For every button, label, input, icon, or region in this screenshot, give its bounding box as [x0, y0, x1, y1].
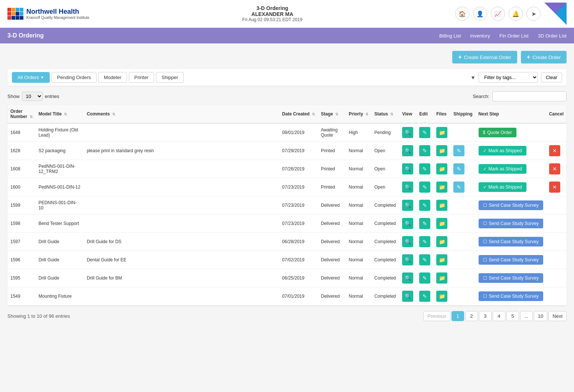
next-button[interactable]: Next: [548, 311, 567, 321]
tab-shipper[interactable]: Shipper: [156, 72, 184, 83]
view-button[interactable]: 🔍: [402, 163, 413, 174]
files-button[interactable]: 📁: [436, 236, 447, 247]
edit-button[interactable]: ✎: [419, 291, 430, 302]
view-button[interactable]: 🔍: [402, 272, 413, 284]
files-button[interactable]: 📁: [436, 163, 447, 174]
cell-comments: [84, 123, 279, 142]
page-2-button[interactable]: 2: [465, 311, 478, 321]
cell-shipping: [450, 269, 475, 287]
cancel-button[interactable]: ✕: [549, 145, 560, 156]
edit-button[interactable]: ✎: [419, 236, 430, 247]
th-stage[interactable]: Stage ⇅: [318, 105, 346, 123]
view-button[interactable]: 🔍: [402, 182, 413, 193]
nav-3d-order-list[interactable]: 3D Order List: [538, 33, 567, 39]
user-icon-btn[interactable]: 👤: [473, 7, 487, 21]
logo-text-area: Northwell Health Krasnoff Quality Manage…: [26, 8, 89, 20]
edit-button[interactable]: ✎: [419, 163, 430, 174]
cancel-button[interactable]: ✕: [549, 163, 560, 174]
tab-pending-orders[interactable]: Pending Orders: [52, 72, 97, 83]
files-button[interactable]: 📁: [436, 291, 447, 302]
page-10-button[interactable]: 10: [534, 311, 547, 321]
th-files: Files: [433, 105, 450, 123]
cell-comments: [84, 196, 279, 215]
logout-icon-btn[interactable]: ➤: [526, 7, 541, 21]
quote-order-button[interactable]: $ Quote Order: [479, 128, 516, 137]
survey-button[interactable]: ☐ Send Case Study Survey: [479, 255, 543, 265]
files-button[interactable]: 📁: [436, 200, 447, 211]
th-model-title[interactable]: Model Title ⇅: [36, 105, 84, 123]
bell-icon-btn[interactable]: 🔔: [509, 7, 523, 21]
th-comments[interactable]: Comments ⇅: [84, 105, 279, 123]
files-button[interactable]: 📁: [436, 182, 447, 193]
files-button[interactable]: 📁: [436, 272, 447, 284]
view-button[interactable]: 🔍: [402, 254, 413, 265]
view-button[interactable]: 🔍: [402, 218, 413, 229]
page-4-button[interactable]: 4: [493, 311, 505, 321]
edit-button[interactable]: ✎: [419, 145, 430, 156]
mark-shipped-button[interactable]: ✓ Mark as Shipped: [479, 182, 526, 192]
shipping-edit-button[interactable]: ✎: [453, 145, 464, 156]
survey-button[interactable]: ☐ Send Case Study Survey: [479, 237, 543, 246]
th-date-created[interactable]: Date Created ⇅: [279, 105, 318, 123]
home-icon-btn[interactable]: 🏠: [455, 7, 469, 21]
cell-order-number: 1595: [7, 269, 36, 287]
pagination-area: Showing 1 to 10 of 96 entries Previous 1…: [7, 311, 567, 321]
survey-button[interactable]: ☐ Send Case Study Survey: [479, 273, 543, 283]
view-button[interactable]: 🔍: [402, 291, 413, 302]
th-status[interactable]: Status ⇅: [371, 105, 399, 123]
files-button[interactable]: 📁: [436, 145, 447, 156]
nav-billing-list[interactable]: Billing List: [439, 33, 461, 39]
tab-all-orders[interactable]: All Orders ▼: [12, 72, 50, 83]
view-button[interactable]: 🔍: [402, 200, 413, 211]
edit-button[interactable]: ✎: [419, 254, 430, 265]
cancel-button[interactable]: ✕: [549, 182, 560, 193]
cell-stage: Delivered: [318, 287, 346, 306]
th-order-number[interactable]: OrderNumber ⇅: [7, 105, 36, 123]
cell-next-step: ☐ Send Case Study Survey: [476, 196, 546, 215]
page-5-button[interactable]: 5: [506, 311, 519, 321]
files-button[interactable]: 📁: [436, 218, 447, 229]
edit-button[interactable]: ✎: [419, 127, 430, 138]
cell-edit: ✎: [416, 160, 433, 178]
mark-shipped-button[interactable]: ✓ Mark as Shipped: [479, 146, 526, 156]
search-input[interactable]: [492, 91, 567, 101]
clear-button[interactable]: Clear: [541, 72, 562, 82]
survey-button[interactable]: ☐ Send Case Study Survey: [479, 291, 543, 301]
page-1-button[interactable]: 1: [451, 311, 464, 321]
chart-icon-btn[interactable]: 📈: [491, 7, 505, 21]
pagination: Previous 1 2 3 4 5 ... 10 Next: [423, 311, 567, 321]
cell-model-title: PEDNNS-001-DIN-10: [36, 196, 84, 215]
cell-order-number: 1599: [7, 196, 36, 215]
shipping-edit-button[interactable]: ✎: [453, 182, 464, 193]
files-button[interactable]: 📁: [436, 127, 447, 138]
cell-comments: [84, 287, 279, 306]
tab-modeler[interactable]: Modeler: [98, 72, 127, 83]
cell-edit: ✎: [416, 269, 433, 287]
tag-filter-select[interactable]: Filter by tags...: [479, 72, 538, 83]
view-button[interactable]: 🔍: [402, 145, 413, 156]
mark-shipped-button[interactable]: ✓ Mark as Shipped: [479, 164, 526, 174]
edit-button[interactable]: ✎: [419, 218, 430, 229]
edit-button[interactable]: ✎: [419, 182, 430, 193]
view-button[interactable]: 🔍: [402, 236, 413, 247]
tab-printer[interactable]: Printer: [129, 72, 154, 83]
th-priority[interactable]: Priorty ⇅: [346, 105, 371, 123]
edit-button[interactable]: ✎: [419, 200, 430, 211]
nav-fin-order-list[interactable]: Fin Order List: [499, 33, 529, 39]
logo-area: Northwell Health Krasnoff Quality Manage…: [7, 8, 89, 20]
view-button[interactable]: 🔍: [402, 127, 413, 138]
survey-button[interactable]: ☐ Send Case Study Survey: [479, 200, 543, 210]
files-button[interactable]: 📁: [436, 254, 447, 265]
cell-model-title: Drill Guide: [36, 269, 84, 287]
create-external-order-button[interactable]: + Create External Order: [452, 51, 517, 63]
prev-button[interactable]: Previous: [423, 311, 450, 321]
create-order-button[interactable]: + Create Order: [521, 51, 567, 63]
survey-button[interactable]: ☐ Send Case Study Survey: [479, 219, 543, 228]
cell-edit: ✎: [416, 142, 433, 160]
entries-select[interactable]: 10 25 50 100: [22, 92, 43, 101]
page-3-button[interactable]: 3: [479, 311, 492, 321]
shipping-edit-button[interactable]: ✎: [453, 163, 464, 174]
table-row: 1549 Mounting Fixture 07/01/2019 Deliver…: [7, 287, 567, 306]
edit-button[interactable]: ✎: [419, 272, 430, 284]
nav-inventory[interactable]: Inventory: [470, 33, 490, 39]
